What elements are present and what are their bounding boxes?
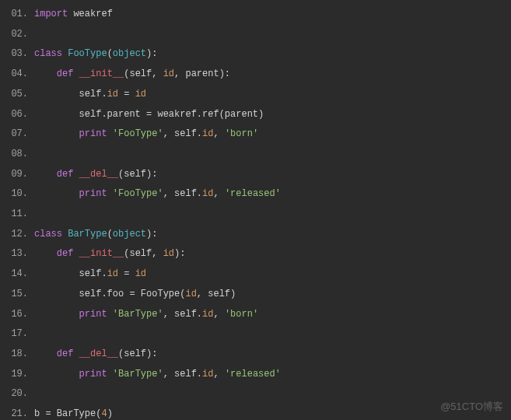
token-cls: FooType <box>68 48 107 59</box>
token-idp: id <box>107 89 118 100</box>
code-line[interactable]: 06. self.parent = weakref.ref(parent) <box>0 105 511 125</box>
line-number: 08. <box>0 145 34 165</box>
token-punct: ): <box>146 348 157 359</box>
code-editor[interactable]: 01.import weakref02.03.class FooType(obj… <box>0 0 511 420</box>
token-plain: self.foo = FooType( <box>34 289 185 299</box>
token-cls: BarType <box>68 229 107 240</box>
token-plain <box>34 188 79 199</box>
token-plain: , self. <box>163 188 202 199</box>
code-line[interactable]: 13. def __init__(self, id): <box>0 244 511 264</box>
token-plain <box>34 348 57 359</box>
code-line[interactable]: 17. <box>0 324 511 345</box>
token-kw: def <box>57 169 74 180</box>
line-number: 19. <box>0 365 34 385</box>
token-plain: self. <box>34 89 107 100</box>
code-content[interactable]: def __init__(self, id): <box>34 244 185 264</box>
token-kw: import <box>34 9 68 19</box>
token-plain: weakref <box>68 9 113 19</box>
token-punct: ): <box>146 48 157 59</box>
code-content[interactable]: class FooType(object): <box>34 44 157 65</box>
code-content[interactable]: self.parent = weakref.ref(parent) <box>34 105 264 125</box>
token-str: 'BarType' <box>113 309 163 320</box>
line-number: 18. <box>0 345 34 365</box>
code-content[interactable]: import weakref <box>34 5 113 25</box>
code-content[interactable]: self.id = id <box>34 264 146 285</box>
token-idp: id <box>163 248 174 259</box>
token-str: 'released' <box>225 369 281 380</box>
line-number: 10. <box>0 184 34 205</box>
code-line[interactable]: 03.class FooType(object): <box>0 44 511 65</box>
line-number: 13. <box>0 244 34 264</box>
code-line[interactable]: 02. <box>0 25 511 45</box>
code-line[interactable]: 10. print 'FooType', self.id, 'released' <box>0 184 511 205</box>
line-number: 05. <box>0 85 34 105</box>
code-line[interactable]: 09. def __del__(self): <box>0 165 511 185</box>
token-plain: , <box>213 188 224 199</box>
code-line[interactable]: 08. <box>0 145 511 165</box>
code-content[interactable]: self.foo = FooType(id, self) <box>34 285 236 305</box>
token-plain: , self. <box>163 369 202 380</box>
code-content[interactable]: def __init__(self, id, parent): <box>34 65 230 85</box>
token-kw: print <box>79 188 107 199</box>
code-content[interactable]: def __del__(self): <box>34 165 157 185</box>
code-line[interactable]: 16. print 'BarType', self.id, 'born' <box>0 305 511 325</box>
token-kw: def <box>57 348 74 359</box>
token-idp: id <box>163 68 174 79</box>
token-idp: id <box>202 369 213 380</box>
token-builtin: object <box>113 229 146 240</box>
code-content[interactable]: class BarType(object): <box>34 225 157 245</box>
token-plain <box>73 68 79 79</box>
token-punct: ): <box>219 68 230 79</box>
token-plain <box>73 348 79 359</box>
token-plain: self. <box>34 268 107 279</box>
token-plain <box>34 128 79 139</box>
code-line[interactable]: 07. print 'FooType', self.id, 'born' <box>0 124 511 145</box>
token-plain: ) <box>107 408 113 419</box>
token-plain: , <box>213 309 224 320</box>
code-content[interactable]: def __del__(self): <box>34 345 157 365</box>
code-line[interactable]: 14. self.id = id <box>0 264 511 285</box>
code-content[interactable]: b = BarType(4) <box>34 404 113 420</box>
code-line[interactable]: 05. self.id = id <box>0 85 511 105</box>
token-str: 'born' <box>225 309 258 320</box>
token-plain: , self. <box>163 309 202 320</box>
code-content[interactable]: self.id = id <box>34 85 146 105</box>
token-idp: id <box>135 268 146 279</box>
line-number: 02. <box>0 25 34 45</box>
code-line[interactable]: 04. def __init__(self, id, parent): <box>0 65 511 85</box>
token-plain: b = BarType( <box>34 408 101 419</box>
line-number: 20. <box>0 384 34 404</box>
code-line[interactable]: 21.b = BarType(4) <box>0 404 511 420</box>
token-kw: def <box>57 248 74 259</box>
line-number: 06. <box>0 105 34 125</box>
code-content[interactable]: print 'FooType', self.id, 'released' <box>34 184 281 205</box>
code-line[interactable]: 19. print 'BarType', self.id, 'released' <box>0 365 511 385</box>
code-line[interactable]: 18. def __del__(self): <box>0 345 511 365</box>
code-content[interactable]: print 'BarType', self.id, 'released' <box>34 365 281 385</box>
token-magic: __del__ <box>79 169 118 180</box>
code-line[interactable]: 20. <box>0 384 511 404</box>
line-number: 07. <box>0 124 34 145</box>
token-str: 'FooType' <box>113 188 163 199</box>
code-line[interactable]: 12.class BarType(object): <box>0 225 511 245</box>
token-plain <box>34 68 57 79</box>
token-str: 'BarType' <box>113 369 163 380</box>
code-line[interactable]: 11. <box>0 205 511 225</box>
token-plain <box>73 169 79 180</box>
token-str: 'born' <box>225 128 258 139</box>
token-punct: ): <box>146 169 157 180</box>
token-magic: __del__ <box>79 348 118 359</box>
token-idp: id <box>107 268 118 279</box>
token-plain <box>34 169 57 180</box>
code-line[interactable]: 01.import weakref <box>0 5 511 25</box>
token-plain <box>107 128 113 139</box>
token-punct: , <box>152 68 163 79</box>
token-plain <box>107 369 113 380</box>
code-line[interactable]: 15. self.foo = FooType(id, self) <box>0 285 511 305</box>
token-builtin: object <box>113 48 146 59</box>
token-kw: class <box>34 229 62 240</box>
token-punct: ): <box>174 248 185 259</box>
code-content[interactable]: print 'BarType', self.id, 'born' <box>34 305 258 325</box>
line-number: 14. <box>0 264 34 285</box>
code-content[interactable]: print 'FooType', self.id, 'born' <box>34 124 258 145</box>
